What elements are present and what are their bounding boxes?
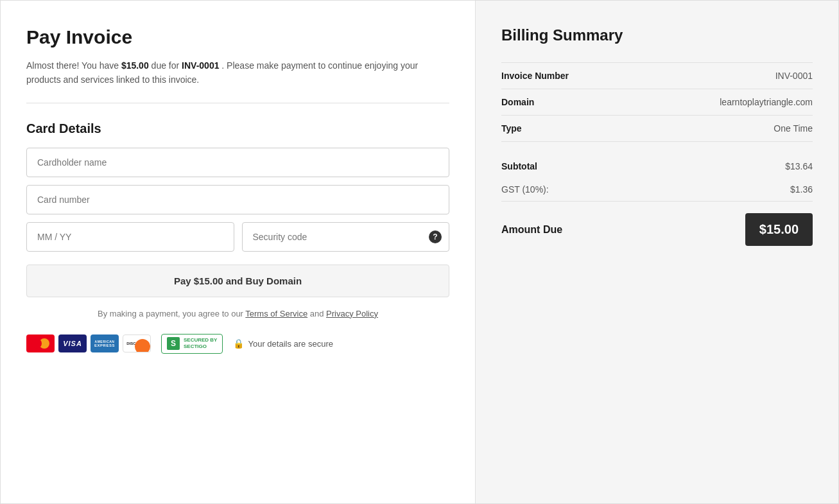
expiry-input[interactable] (26, 222, 234, 252)
secure-label: Your details are secure (248, 339, 333, 349)
card-details-title: Card Details (26, 121, 449, 136)
secure-badge: 🔒 Your details are secure (233, 338, 333, 349)
intro-amount: $15.00 (121, 60, 149, 71)
sectigo-badge: S SECURED BYSECTIGO (161, 334, 223, 354)
amount-due-badge: $15.00 (745, 213, 813, 246)
left-panel: Pay Invoice Almost there! You have $15.0… (1, 1, 476, 503)
intro-text: Almost there! You have $15.00 due for IN… (26, 58, 449, 87)
expiry-security-row: ? (26, 222, 449, 252)
cardholder-name-input[interactable] (26, 148, 449, 177)
page-title: Pay Invoice (26, 26, 449, 48)
lock-icon: 🔒 (233, 338, 244, 349)
sectigo-text: SECURED BYSECTIGO (184, 337, 217, 351)
gst-row: GST (10%): $1.36 (501, 178, 813, 202)
footer-row: VISA AMERICAN EXPRESS DISCOVER S SECURED… (26, 334, 449, 354)
terms-prefix: By making a payment, you agree to our (98, 309, 245, 318)
discover-icon: DISCOVER (123, 335, 151, 352)
subtotal-value: $13.64 (785, 161, 813, 171)
subtotal-row: Subtotal $13.64 (501, 155, 813, 178)
cardholder-name-group (26, 148, 449, 177)
billing-label-domain: Domain (501, 97, 534, 107)
right-panel: Billing Summary Invoice Number INV-0001 … (476, 1, 838, 503)
gst-label: GST (10%): (501, 184, 549, 195)
billing-value-invoice: INV-0001 (775, 71, 813, 81)
pay-button[interactable]: Pay $15.00 and Buy Domain (26, 265, 449, 297)
security-code-group: ? (242, 222, 450, 252)
billing-row-domain: Domain learntoplaytriangle.com (501, 89, 813, 116)
visa-icon: VISA (58, 335, 87, 352)
security-code-input[interactable] (242, 222, 450, 252)
expiry-group (26, 222, 234, 252)
gst-value: $1.36 (790, 184, 813, 195)
intro-invoice-id: INV-0001 (182, 60, 219, 71)
divider (26, 103, 449, 103)
terms-link[interactable]: Terms of Service (245, 309, 307, 318)
subtotal-label: Subtotal (501, 161, 537, 171)
intro-mid: due for (149, 60, 182, 71)
sectigo-s-icon: S (167, 337, 180, 350)
amount-due-row: Amount Due $15.00 (501, 202, 813, 246)
billing-value-type: One Time (774, 123, 813, 134)
billing-value-domain: learntoplaytriangle.com (720, 97, 813, 107)
billing-label-invoice: Invoice Number (501, 71, 569, 81)
billing-title: Billing Summary (501, 26, 813, 44)
terms-middle: and (307, 309, 326, 318)
card-number-input[interactable] (26, 185, 449, 214)
card-number-group (26, 185, 449, 214)
card-icons: VISA AMERICAN EXPRESS DISCOVER (26, 335, 151, 352)
amex-icon: AMERICAN EXPRESS (91, 335, 119, 352)
page-wrapper: Pay Invoice Almost there! You have $15.0… (0, 0, 839, 504)
security-code-wrapper: ? (242, 222, 450, 252)
security-help-icon[interactable]: ? (429, 230, 442, 243)
billing-label-type: Type (501, 123, 522, 134)
privacy-link[interactable]: Privacy Policy (326, 309, 378, 318)
billing-row-invoice: Invoice Number INV-0001 (501, 62, 813, 89)
amount-due-label: Amount Due (501, 224, 562, 236)
billing-row-type: Type One Time (501, 116, 813, 142)
intro-prefix: Almost there! You have (26, 60, 121, 71)
terms-text: By making a payment, you agree to our Te… (26, 309, 449, 318)
mastercard-icon (26, 335, 55, 352)
billing-table: Invoice Number INV-0001 Domain learntopl… (501, 62, 813, 142)
